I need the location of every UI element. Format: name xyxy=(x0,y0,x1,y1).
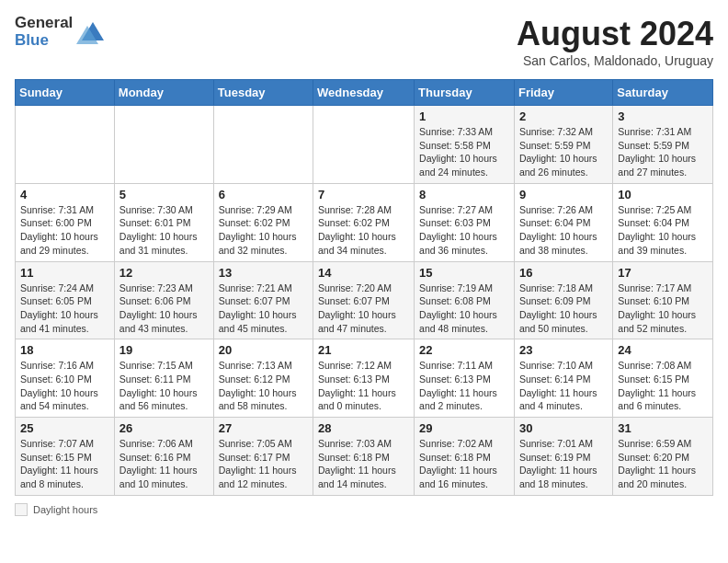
day-number: 1 xyxy=(419,109,509,123)
calendar-week-row: 1Sunrise: 7:33 AM Sunset: 5:58 PM Daylig… xyxy=(16,106,713,184)
day-number: 8 xyxy=(419,188,509,201)
day-info: Sunrise: 7:08 AM Sunset: 6:15 PM Dayligh… xyxy=(618,359,708,413)
day-info: Sunrise: 7:31 AM Sunset: 5:59 PM Dayligh… xyxy=(618,125,708,179)
col-header-friday: Friday xyxy=(514,80,612,106)
day-info: Sunrise: 7:21 AM Sunset: 6:07 PM Dayligh… xyxy=(219,282,308,336)
location-subtitle: San Carlos, Maldonado, Uruguay xyxy=(517,53,713,68)
col-header-tuesday: Tuesday xyxy=(213,80,313,106)
day-number: 30 xyxy=(519,421,608,435)
day-number: 16 xyxy=(519,266,608,280)
calendar-cell: 23Sunrise: 7:10 AM Sunset: 6:14 PM Dayli… xyxy=(514,339,612,418)
day-number: 23 xyxy=(519,343,608,357)
day-info: Sunrise: 7:02 AM Sunset: 6:18 PM Dayligh… xyxy=(419,437,509,491)
day-info: Sunrise: 7:32 AM Sunset: 5:59 PM Dayligh… xyxy=(519,125,608,179)
day-number: 31 xyxy=(618,421,708,435)
day-number: 26 xyxy=(119,421,209,435)
day-number: 3 xyxy=(618,109,708,123)
header: General Blue August 2024 San Carlos, Mal… xyxy=(15,15,713,68)
calendar-cell: 27Sunrise: 7:05 AM Sunset: 6:17 PM Dayli… xyxy=(213,418,313,496)
calendar-cell: 3Sunrise: 7:31 AM Sunset: 5:59 PM Daylig… xyxy=(613,106,713,184)
calendar-cell: 14Sunrise: 7:20 AM Sunset: 6:07 PM Dayli… xyxy=(313,261,415,339)
day-number: 17 xyxy=(618,266,708,280)
calendar-cell: 25Sunrise: 7:07 AM Sunset: 6:15 PM Dayli… xyxy=(16,418,115,496)
col-header-saturday: Saturday xyxy=(613,80,713,106)
calendar-cell: 20Sunrise: 7:13 AM Sunset: 6:12 PM Dayli… xyxy=(213,339,313,418)
col-header-monday: Monday xyxy=(114,80,213,106)
calendar-week-row: 4Sunrise: 7:31 AM Sunset: 6:00 PM Daylig… xyxy=(16,183,713,261)
calendar-cell: 16Sunrise: 7:18 AM Sunset: 6:09 PM Dayli… xyxy=(514,261,612,339)
calendar-cell: 24Sunrise: 7:08 AM Sunset: 6:15 PM Dayli… xyxy=(613,339,713,418)
calendar-header-row: SundayMondayTuesdayWednesdayThursdayFrid… xyxy=(16,80,713,106)
calendar-cell: 17Sunrise: 7:17 AM Sunset: 6:10 PM Dayli… xyxy=(613,261,713,339)
legend-label: Daylight hours xyxy=(33,504,97,515)
day-info: Sunrise: 7:33 AM Sunset: 5:58 PM Dayligh… xyxy=(419,125,509,179)
calendar-cell: 21Sunrise: 7:12 AM Sunset: 6:13 PM Dayli… xyxy=(313,339,415,418)
calendar-cell: 28Sunrise: 7:03 AM Sunset: 6:18 PM Dayli… xyxy=(313,418,415,496)
day-info: Sunrise: 7:26 AM Sunset: 6:04 PM Dayligh… xyxy=(519,203,608,258)
day-number: 13 xyxy=(219,266,308,280)
calendar-cell: 2Sunrise: 7:32 AM Sunset: 5:59 PM Daylig… xyxy=(514,106,612,184)
calendar-week-row: 11Sunrise: 7:24 AM Sunset: 6:05 PM Dayli… xyxy=(16,261,713,339)
calendar-cell: 13Sunrise: 7:21 AM Sunset: 6:07 PM Dayli… xyxy=(213,261,313,339)
day-info: Sunrise: 7:12 AM Sunset: 6:13 PM Dayligh… xyxy=(318,359,409,413)
col-header-wednesday: Wednesday xyxy=(313,80,415,106)
logo: General Blue xyxy=(15,15,104,49)
legend: Daylight hours xyxy=(15,503,713,516)
calendar-cell: 9Sunrise: 7:26 AM Sunset: 6:04 PM Daylig… xyxy=(514,183,612,261)
day-info: Sunrise: 7:16 AM Sunset: 6:10 PM Dayligh… xyxy=(20,359,109,413)
calendar-table: SundayMondayTuesdayWednesdayThursdayFrid… xyxy=(15,79,713,496)
calendar-week-row: 18Sunrise: 7:16 AM Sunset: 6:10 PM Dayli… xyxy=(16,339,713,418)
day-info: Sunrise: 7:11 AM Sunset: 6:13 PM Dayligh… xyxy=(419,359,509,413)
day-number: 27 xyxy=(219,421,308,435)
calendar-cell: 8Sunrise: 7:27 AM Sunset: 6:03 PM Daylig… xyxy=(415,183,515,261)
day-number: 6 xyxy=(219,188,308,201)
day-number: 12 xyxy=(119,266,209,280)
calendar-cell: 31Sunrise: 6:59 AM Sunset: 6:20 PM Dayli… xyxy=(613,418,713,496)
calendar-cell: 29Sunrise: 7:02 AM Sunset: 6:18 PM Dayli… xyxy=(415,418,515,496)
calendar-cell: 7Sunrise: 7:28 AM Sunset: 6:02 PM Daylig… xyxy=(313,183,415,261)
day-number: 10 xyxy=(618,188,708,201)
day-info: Sunrise: 7:23 AM Sunset: 6:06 PM Dayligh… xyxy=(119,282,209,336)
calendar-cell xyxy=(313,106,415,184)
day-number: 11 xyxy=(20,266,109,280)
day-info: Sunrise: 7:19 AM Sunset: 6:08 PM Dayligh… xyxy=(419,282,509,336)
day-info: Sunrise: 7:05 AM Sunset: 6:17 PM Dayligh… xyxy=(219,437,308,491)
calendar-cell: 22Sunrise: 7:11 AM Sunset: 6:13 PM Dayli… xyxy=(415,339,515,418)
day-number: 18 xyxy=(20,343,109,357)
day-info: Sunrise: 7:20 AM Sunset: 6:07 PM Dayligh… xyxy=(318,282,409,336)
col-header-thursday: Thursday xyxy=(415,80,515,106)
day-number: 28 xyxy=(318,421,409,435)
day-number: 2 xyxy=(519,109,608,123)
col-header-sunday: Sunday xyxy=(16,80,115,106)
calendar-week-row: 25Sunrise: 7:07 AM Sunset: 6:15 PM Dayli… xyxy=(16,418,713,496)
day-number: 4 xyxy=(20,188,109,201)
day-number: 25 xyxy=(20,421,109,435)
calendar-cell: 18Sunrise: 7:16 AM Sunset: 6:10 PM Dayli… xyxy=(16,339,115,418)
logo-icon xyxy=(76,18,104,46)
day-number: 9 xyxy=(519,188,608,201)
day-info: Sunrise: 7:13 AM Sunset: 6:12 PM Dayligh… xyxy=(219,359,308,413)
day-info: Sunrise: 7:29 AM Sunset: 6:02 PM Dayligh… xyxy=(219,203,308,258)
calendar-cell: 10Sunrise: 7:25 AM Sunset: 6:04 PM Dayli… xyxy=(613,183,713,261)
day-number: 19 xyxy=(119,343,209,357)
calendar-cell xyxy=(213,106,313,184)
calendar-cell: 30Sunrise: 7:01 AM Sunset: 6:19 PM Dayli… xyxy=(514,418,612,496)
day-number: 29 xyxy=(419,421,509,435)
day-number: 20 xyxy=(219,343,308,357)
day-info: Sunrise: 7:27 AM Sunset: 6:03 PM Dayligh… xyxy=(419,203,509,258)
day-info: Sunrise: 7:31 AM Sunset: 6:00 PM Dayligh… xyxy=(20,203,109,258)
day-number: 15 xyxy=(419,266,509,280)
day-number: 22 xyxy=(419,343,509,357)
calendar-cell: 19Sunrise: 7:15 AM Sunset: 6:11 PM Dayli… xyxy=(114,339,213,418)
day-number: 7 xyxy=(318,188,409,201)
calendar-cell: 11Sunrise: 7:24 AM Sunset: 6:05 PM Dayli… xyxy=(16,261,115,339)
calendar-cell xyxy=(16,106,115,184)
calendar-cell: 6Sunrise: 7:29 AM Sunset: 6:02 PM Daylig… xyxy=(213,183,313,261)
calendar-cell: 1Sunrise: 7:33 AM Sunset: 5:58 PM Daylig… xyxy=(415,106,515,184)
day-number: 21 xyxy=(318,343,409,357)
calendar-cell: 12Sunrise: 7:23 AM Sunset: 6:06 PM Dayli… xyxy=(114,261,213,339)
calendar-cell: 26Sunrise: 7:06 AM Sunset: 6:16 PM Dayli… xyxy=(114,418,213,496)
day-number: 14 xyxy=(318,266,409,280)
logo-blue: Blue xyxy=(15,32,73,50)
month-title: August 2024 xyxy=(517,15,713,53)
